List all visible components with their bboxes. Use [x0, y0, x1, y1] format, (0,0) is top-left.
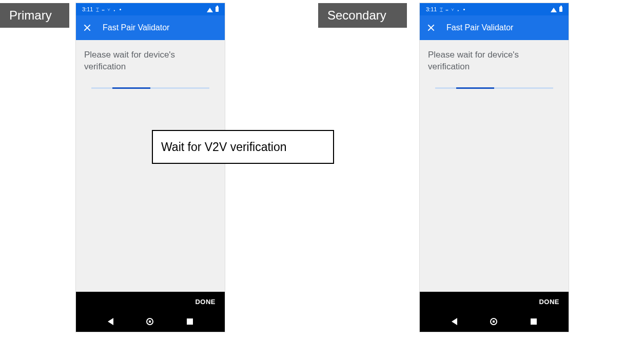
nav-back-icon[interactable]	[452, 318, 457, 325]
status-bar: 3:11 ⌶ ⋈ ⋎ ▸	[420, 3, 569, 15]
status-notif-icons: ⌶ ⋈ ⋎ ▸	[96, 7, 116, 12]
status-left: 3:11 ⌶ ⋈ ⋎ ▸	[82, 6, 121, 12]
nav-recent-icon[interactable]	[187, 318, 193, 325]
done-button[interactable]: DONE	[195, 298, 216, 306]
status-more-icon	[463, 9, 465, 10]
callout-box: Wait for V2V verification	[152, 130, 334, 164]
wait-message: Please wait for device's verification	[428, 49, 560, 73]
status-notif-icons: ⌶ ⋈ ⋎ ▸	[440, 7, 460, 12]
status-right	[551, 7, 562, 12]
wait-message: Please wait for device's verification	[84, 49, 217, 73]
app-title: Fast Pair Validator	[446, 23, 513, 32]
nav-bar	[76, 311, 225, 332]
close-icon[interactable]	[83, 24, 91, 32]
bottom-action-bar: DONE	[420, 292, 569, 311]
close-icon[interactable]	[427, 24, 435, 32]
battery-icon	[216, 7, 219, 12]
bottom-action-bar: DONE	[76, 292, 225, 311]
wifi-icon	[207, 8, 213, 12]
status-time: 3:11	[426, 6, 437, 12]
nav-home-icon[interactable]	[490, 318, 497, 325]
content-area: Please wait for device's verification	[420, 40, 569, 292]
content-area: Please wait for device's verification	[76, 40, 225, 292]
progress-bar	[91, 87, 209, 89]
app-bar: Fast Pair Validator	[420, 15, 569, 40]
phone-primary: 3:11 ⌶ ⋈ ⋎ ▸ Fast Pair Validator Please …	[76, 3, 225, 332]
status-left: 3:11 ⌶ ⋈ ⋎ ▸	[426, 6, 465, 12]
app-title: Fast Pair Validator	[103, 23, 169, 32]
progress-bar	[435, 87, 553, 89]
progress-fill	[456, 87, 494, 89]
done-button[interactable]: DONE	[539, 298, 559, 306]
status-time: 3:11	[82, 6, 93, 12]
callout-text: Wait for V2V verification	[161, 140, 287, 154]
nav-recent-icon[interactable]	[531, 318, 537, 325]
label-secondary: Secondary	[318, 3, 407, 28]
label-primary: Primary	[0, 3, 69, 28]
status-more-icon	[120, 9, 121, 10]
status-bar: 3:11 ⌶ ⋈ ⋎ ▸	[76, 3, 225, 15]
status-right	[207, 7, 219, 12]
label-secondary-text: Secondary	[327, 8, 386, 23]
label-primary-text: Primary	[9, 8, 52, 23]
nav-bar	[420, 311, 569, 332]
wifi-icon	[551, 8, 557, 12]
app-bar: Fast Pair Validator	[76, 15, 225, 40]
nav-home-icon[interactable]	[146, 318, 153, 325]
progress-fill	[112, 87, 150, 89]
nav-back-icon[interactable]	[108, 318, 113, 325]
battery-icon	[559, 7, 562, 12]
phone-secondary: 3:11 ⌶ ⋈ ⋎ ▸ Fast Pair Validator Please …	[420, 3, 569, 332]
